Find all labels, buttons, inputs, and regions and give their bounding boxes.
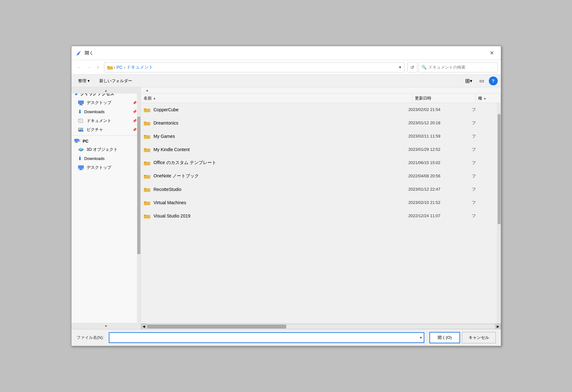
file-list-header: 名前 ▲ 更新日時 種 ▲ bbox=[141, 94, 501, 103]
table-row[interactable]: Dreamtonics 2023/01/12 20:18 フ bbox=[141, 116, 497, 130]
file-date: 2023/02/10 21:52 bbox=[409, 200, 472, 205]
svg-rect-14 bbox=[79, 139, 80, 142]
table-row[interactable]: OneNote ノートブック 2022/04/08 20:56 フ bbox=[141, 169, 497, 183]
file-type: フ bbox=[472, 133, 497, 139]
address-docs[interactable]: ドキュメント bbox=[126, 64, 153, 70]
downloads-icon: ⬇ bbox=[78, 109, 82, 115]
refresh-button[interactable]: ↺ bbox=[407, 62, 417, 72]
layout-button[interactable]: ▭ bbox=[477, 76, 486, 85]
h-scroll-track[interactable] bbox=[147, 325, 495, 328]
new-folder-button[interactable]: 新しいフォルダー bbox=[96, 77, 136, 85]
folder-icon bbox=[144, 213, 151, 219]
table-row[interactable]: Office のカスタム テンプレート 2021/06/15 15:02 フ bbox=[141, 156, 497, 169]
sidebar: ▲ ★ クイック アクセス デスクトップ 📌 ⬇ Downloads bbox=[71, 87, 141, 329]
sidebar-item-desktop-pc[interactable]: デスクトップ bbox=[71, 163, 141, 172]
3d-icon bbox=[78, 147, 84, 152]
file-vscrollbar[interactable] bbox=[497, 103, 501, 323]
table-row[interactable]: RecotteStudio 2023/01/12 22:47 フ bbox=[141, 183, 497, 196]
filename-label: ファイル名(N): bbox=[77, 335, 104, 340]
col-header-type[interactable]: 種 ▲ bbox=[476, 94, 501, 102]
organize-button[interactable]: 整理 ▾ bbox=[75, 77, 93, 85]
help-button[interactable]: ? bbox=[489, 77, 498, 85]
file-name: My Kindle Content bbox=[154, 147, 190, 152]
sidebar-item-desktop[interactable]: デスクトップ 📌 bbox=[71, 98, 141, 107]
folder-icon bbox=[144, 133, 151, 139]
table-row[interactable]: My Games 2023/02/11 11:59 フ bbox=[141, 130, 497, 143]
col-header-name[interactable]: 名前 ▲ bbox=[141, 94, 412, 102]
col-header-date[interactable]: 更新日時 bbox=[412, 94, 476, 102]
file-row-name: RecotteStudio bbox=[144, 187, 409, 192]
h-scroll-thumb bbox=[147, 325, 286, 328]
filename-input-wrapper[interactable]: ▾ bbox=[109, 332, 424, 343]
table-row[interactable]: CopperCube 2023/02/02 21:54 フ bbox=[141, 103, 497, 116]
sidebar-3d-label: 3D オブジェクト bbox=[87, 147, 118, 152]
open-button[interactable]: 開く(O) bbox=[429, 332, 460, 343]
table-row[interactable]: Virtual Machines 2023/02/10 21:52 フ bbox=[141, 196, 497, 209]
sidebar-item-3d[interactable]: 3D オブジェクト bbox=[71, 145, 141, 154]
h-scroll-left-button[interactable]: ◀ bbox=[141, 324, 147, 329]
file-name: CopperCube bbox=[154, 107, 179, 112]
col-name-label: 名前 bbox=[144, 95, 152, 101]
back-button[interactable]: ← bbox=[75, 63, 83, 71]
view-icon: ⊞ bbox=[465, 77, 470, 84]
sidebar-item-downloads-pc[interactable]: ⬇ Downloads bbox=[71, 154, 141, 163]
sidebar-item-pc[interactable]: PC bbox=[71, 137, 141, 145]
close-button[interactable]: ✕ bbox=[487, 48, 497, 58]
app-icon bbox=[75, 50, 82, 57]
svg-rect-22 bbox=[144, 108, 146, 109]
search-bar[interactable]: 🔍 bbox=[419, 62, 498, 72]
sidebar-item-downloads[interactable]: ⬇ Downloads 📌 bbox=[71, 107, 141, 116]
sidebar-item-documents[interactable]: ドキュメント 📌 bbox=[71, 116, 141, 125]
forward-button[interactable]: → bbox=[85, 63, 94, 71]
organize-arrow: ▾ bbox=[88, 78, 90, 83]
sidebar-downloads-label: Downloads bbox=[84, 109, 105, 114]
file-row-name: OneNote ノートブック bbox=[144, 173, 409, 179]
cancel-button[interactable]: キャンセル bbox=[462, 332, 496, 343]
sidebar-scroll-down[interactable]: ▼ bbox=[71, 323, 141, 329]
address-sep2: › bbox=[124, 65, 126, 70]
title-bar-left: 開く bbox=[75, 50, 94, 57]
file-type: フ bbox=[472, 160, 497, 166]
nav-bar: ← → ↑ › PC › ドキュメント ▾ ↺ 🔍 bbox=[71, 60, 501, 75]
table-row[interactable]: My Kindle Content 2023/01/29 12:52 フ bbox=[141, 143, 497, 156]
filename-dropdown-button[interactable]: ▾ bbox=[420, 335, 422, 340]
file-name: OneNote ノートブック bbox=[154, 173, 199, 179]
svg-rect-30 bbox=[144, 162, 146, 162]
toolbar: 整理 ▾ 新しいフォルダー ⊞ ▾ ▭ ? bbox=[71, 75, 501, 87]
downloads-pc-icon: ⬇ bbox=[78, 156, 82, 162]
file-row-name: My Kindle Content bbox=[144, 147, 409, 152]
main-content: ▲ ★ クイック アクセス デスクトップ 📌 ⬇ Downloads bbox=[71, 87, 501, 329]
file-date: 2022/04/08 20:56 bbox=[409, 174, 472, 178]
svg-rect-6 bbox=[78, 119, 81, 120]
h-scrollbar[interactable]: ◀ ▶ bbox=[141, 323, 501, 329]
view-mode-button[interactable]: ⊞ ▾ bbox=[463, 76, 475, 86]
sidebar-scroll-up[interactable]: ▲ bbox=[71, 87, 141, 94]
svg-rect-26 bbox=[144, 135, 146, 136]
svg-rect-28 bbox=[144, 148, 146, 149]
address-bar[interactable]: › PC › ドキュメント ▾ bbox=[104, 62, 405, 72]
pin-icon-desktop: 📌 bbox=[132, 101, 137, 105]
svg-rect-36 bbox=[144, 201, 146, 202]
h-scroll-right-button[interactable]: ▶ bbox=[495, 324, 501, 329]
col-scroll-up[interactable]: ▲ bbox=[141, 89, 154, 92]
sidebar-vscrollbar[interactable] bbox=[137, 94, 141, 323]
svg-rect-4 bbox=[79, 105, 83, 105]
open-file-dialog: 開く ✕ ← → ↑ › PC › ドキュメント ▾ ↺ 🔍 bbox=[71, 46, 501, 346]
filename-input[interactable] bbox=[111, 335, 420, 340]
up-button[interactable]: ↑ bbox=[95, 63, 101, 71]
address-pc[interactable]: PC bbox=[116, 65, 122, 70]
search-input[interactable] bbox=[428, 65, 495, 70]
sidebar-desktop-pc-label: デスクトップ bbox=[87, 165, 111, 170]
file-date: 2021/06/15 15:02 bbox=[409, 160, 472, 165]
svg-rect-34 bbox=[144, 188, 146, 189]
sidebar-desktop-label: デスクトップ bbox=[87, 100, 111, 106]
file-row-name: CopperCube bbox=[144, 107, 409, 113]
file-date: 2023/02/11 11:59 bbox=[409, 134, 472, 138]
file-row-name: Virtual Machines bbox=[144, 200, 409, 205]
table-row[interactable]: Visual Studio 2019 2022/12/24 11:07 フ bbox=[141, 209, 497, 223]
sidebar-vscroll-thumb bbox=[137, 117, 140, 254]
folder-icon bbox=[144, 187, 151, 192]
address-dropdown-button[interactable]: ▾ bbox=[398, 64, 402, 70]
sidebar-item-pictures[interactable]: ピクチャ 📌 bbox=[71, 125, 141, 134]
svg-rect-24 bbox=[144, 122, 146, 123]
